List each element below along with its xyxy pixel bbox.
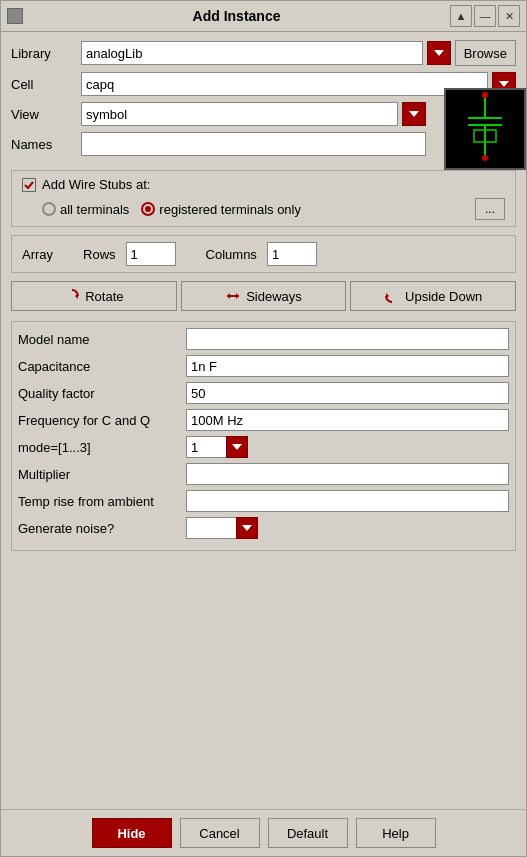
library-dropdown-button[interactable] bbox=[427, 41, 451, 65]
noise-dropdown-button[interactable] bbox=[236, 517, 258, 539]
window-icon bbox=[7, 8, 23, 24]
properties-section: Model name Capacitance Quality factor Fr… bbox=[11, 321, 516, 551]
wire-stubs-label: Add Wire Stubs at: bbox=[42, 177, 150, 192]
view-row: View bbox=[11, 102, 516, 126]
minimize-button[interactable]: — bbox=[474, 5, 496, 27]
upside-down-button[interactable]: Upside Down bbox=[350, 281, 516, 311]
svg-marker-10 bbox=[409, 111, 419, 117]
temp-row: Temp rise from ambient bbox=[18, 490, 509, 512]
view-input[interactable] bbox=[81, 102, 398, 126]
radio-options: all terminals registered terminals only … bbox=[22, 198, 505, 220]
quality-factor-row: Quality factor bbox=[18, 382, 509, 404]
default-button[interactable]: Default bbox=[268, 818, 348, 848]
sideways-label: Sideways bbox=[246, 289, 302, 304]
bottom-bar: Hide Cancel Default Help bbox=[1, 809, 526, 856]
multiplier-label: Multiplier bbox=[18, 467, 178, 482]
rows-input[interactable] bbox=[126, 242, 176, 266]
library-field: Browse bbox=[81, 40, 516, 66]
svg-marker-16 bbox=[232, 444, 242, 450]
add-instance-window: Add Instance ▲ — ✕ Library Browse Cell bbox=[0, 0, 527, 857]
quality-factor-input[interactable] bbox=[186, 382, 509, 404]
symbol-canvas bbox=[446, 90, 524, 168]
rotate-button[interactable]: Rotate bbox=[11, 281, 177, 311]
wire-stubs-checkbox[interactable] bbox=[22, 178, 36, 192]
radio-all-circle bbox=[42, 202, 56, 216]
mode-dropdown-button[interactable] bbox=[226, 436, 248, 458]
up-arrow-button[interactable]: ▲ bbox=[450, 5, 472, 27]
upside-down-icon bbox=[384, 288, 400, 304]
model-name-input[interactable] bbox=[186, 328, 509, 350]
model-name-label: Model name bbox=[18, 332, 178, 347]
library-label: Library bbox=[11, 46, 81, 61]
view-field bbox=[81, 102, 426, 126]
noise-select-row bbox=[186, 517, 258, 539]
noise-input[interactable] bbox=[186, 517, 236, 539]
cell-row: Cell bbox=[11, 72, 516, 96]
multiplier-input[interactable] bbox=[186, 463, 509, 485]
svg-marker-0 bbox=[434, 50, 444, 56]
radio-registered-terminals[interactable]: registered terminals only bbox=[141, 202, 301, 217]
cell-input[interactable] bbox=[81, 72, 488, 96]
multiplier-row: Multiplier bbox=[18, 463, 509, 485]
symbol-preview bbox=[444, 88, 526, 170]
capacitance-input[interactable] bbox=[186, 355, 509, 377]
cell-label: Cell bbox=[11, 77, 81, 92]
noise-row: Generate noise? bbox=[18, 517, 509, 539]
help-button[interactable]: Help bbox=[356, 818, 436, 848]
rows-label: Rows bbox=[83, 247, 116, 262]
array-label: Array bbox=[22, 247, 53, 262]
frequency-input[interactable] bbox=[186, 409, 509, 431]
rotate-icon bbox=[64, 288, 80, 304]
view-label: View bbox=[11, 107, 81, 122]
ellipsis-button[interactable]: ... bbox=[475, 198, 505, 220]
wire-stubs-section: Add Wire Stubs at: all terminals registe… bbox=[11, 170, 516, 227]
frequency-row: Frequency for C and Q bbox=[18, 409, 509, 431]
quality-factor-label: Quality factor bbox=[18, 386, 178, 401]
svg-marker-1 bbox=[499, 81, 509, 87]
content-area: Library Browse Cell bbox=[1, 32, 526, 809]
rotate-section: Rotate Sideways Upside Down bbox=[11, 281, 516, 311]
radio-registered-circle bbox=[141, 202, 155, 216]
noise-label: Generate noise? bbox=[18, 521, 178, 536]
svg-marker-17 bbox=[242, 525, 252, 531]
radio-registered-label: registered terminals only bbox=[159, 202, 301, 217]
close-button[interactable]: ✕ bbox=[498, 5, 520, 27]
browse-button[interactable]: Browse bbox=[455, 40, 516, 66]
rotate-label: Rotate bbox=[85, 289, 123, 304]
sideways-button[interactable]: Sideways bbox=[181, 281, 347, 311]
names-input[interactable] bbox=[81, 132, 426, 156]
mode-label: mode=[1...3] bbox=[18, 440, 178, 455]
svg-marker-14 bbox=[227, 293, 230, 299]
svg-point-8 bbox=[482, 92, 488, 98]
title-bar-controls: ▲ — ✕ bbox=[450, 5, 520, 27]
columns-input[interactable] bbox=[267, 242, 317, 266]
columns-label: Columns bbox=[206, 247, 257, 262]
cancel-button[interactable]: Cancel bbox=[180, 818, 260, 848]
temp-input[interactable] bbox=[186, 490, 509, 512]
svg-marker-15 bbox=[386, 293, 389, 299]
view-dropdown-button[interactable] bbox=[402, 102, 426, 126]
names-row: Names bbox=[11, 132, 516, 156]
frequency-label: Frequency for C and Q bbox=[18, 413, 178, 428]
mode-row: mode=[1...3] bbox=[18, 436, 509, 458]
title-bar-left bbox=[7, 8, 23, 24]
names-label: Names bbox=[11, 137, 81, 152]
array-section: Array Rows Columns bbox=[11, 235, 516, 273]
radio-all-label: all terminals bbox=[60, 202, 129, 217]
model-name-row: Model name bbox=[18, 328, 509, 350]
mode-input[interactable] bbox=[186, 436, 226, 458]
names-field bbox=[81, 132, 426, 156]
library-row: Library Browse bbox=[11, 40, 516, 66]
radio-all-terminals[interactable]: all terminals bbox=[42, 202, 129, 217]
title-bar-center: Add Instance bbox=[23, 8, 450, 24]
capacitance-row: Capacitance bbox=[18, 355, 509, 377]
temp-label: Temp rise from ambient bbox=[18, 494, 178, 509]
title-bar: Add Instance ▲ — ✕ bbox=[1, 1, 526, 32]
hide-button[interactable]: Hide bbox=[92, 818, 172, 848]
svg-point-9 bbox=[482, 155, 488, 161]
upside-down-label: Upside Down bbox=[405, 289, 482, 304]
library-input[interactable] bbox=[81, 41, 423, 65]
wire-stubs-header: Add Wire Stubs at: bbox=[22, 177, 505, 192]
window-title: Add Instance bbox=[193, 8, 281, 24]
svg-marker-11 bbox=[75, 293, 78, 299]
